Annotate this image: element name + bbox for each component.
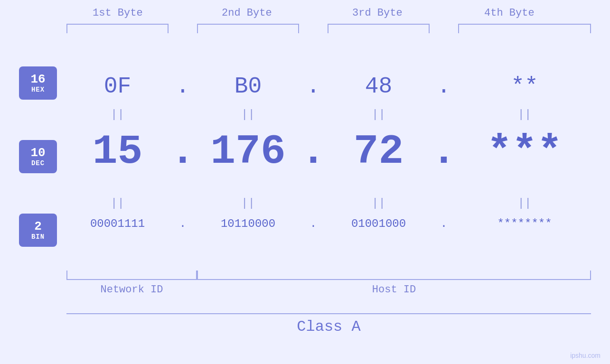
equals-hex-dec-1: ||	[66, 108, 169, 121]
byte-header-1: 1st Byte	[93, 7, 143, 19]
hex-value-b3: 48	[328, 74, 430, 99]
host-id-label: Host ID	[197, 284, 591, 296]
byte-header-3: 3rd Byte	[352, 7, 403, 19]
hex-value-b1: 0F	[66, 74, 169, 99]
network-bracket	[66, 271, 197, 280]
byte-header-4: 4th Byte	[484, 7, 535, 19]
dec-dot-3: .	[430, 128, 458, 175]
dec-value-b2: 176	[192, 128, 304, 175]
class-bracket-line	[66, 313, 591, 314]
dec-value-b1: 15	[62, 128, 173, 175]
byte-bracket-2	[197, 24, 299, 33]
watermark: ipshu.com	[570, 352, 601, 359]
bin-dot-1: .	[169, 217, 197, 230]
network-id-label: Network ID	[66, 284, 197, 296]
equals-hex-dec-4: ||	[458, 108, 591, 121]
bin-value-b2: 10110000	[197, 217, 299, 230]
equals-dec-bin-1: ||	[66, 197, 169, 210]
equals-hex-dec-2: ||	[197, 108, 299, 121]
class-label: Class A	[66, 318, 591, 336]
bin-dot-3: .	[430, 217, 458, 230]
equals-dec-bin-4: ||	[458, 197, 591, 210]
bin-dot-2: .	[299, 217, 328, 230]
dec-badge: 10 DEC	[19, 140, 57, 173]
dec-value-b4: ***	[456, 128, 593, 175]
hex-dot-1: .	[169, 74, 197, 99]
host-bracket	[197, 271, 591, 280]
equals-dec-bin-3: ||	[328, 197, 430, 210]
hex-dot-3: .	[430, 74, 458, 99]
hex-value-b2: B0	[197, 74, 299, 99]
hex-badge: 16 HEX	[19, 66, 57, 100]
hex-dot-2: .	[299, 74, 328, 99]
hex-value-b4: **	[458, 74, 591, 99]
bin-value-b1: 00001111	[66, 217, 169, 230]
byte-bracket-1	[66, 24, 169, 33]
bin-value-b3: 01001000	[328, 217, 430, 230]
equals-dec-bin-2: ||	[197, 197, 299, 210]
byte-bracket-4	[458, 24, 591, 33]
byte-bracket-3	[328, 24, 430, 33]
bin-badge: 2 BIN	[19, 214, 57, 247]
byte-header-2: 2nd Byte	[222, 7, 272, 19]
main-page: 1st Byte 2nd Byte 3rd Byte 4th Byte 16 H…	[0, 0, 610, 364]
dec-value-b3: 72	[323, 128, 434, 175]
bin-value-b4: ********	[458, 217, 591, 230]
equals-hex-dec-3: ||	[328, 108, 430, 121]
